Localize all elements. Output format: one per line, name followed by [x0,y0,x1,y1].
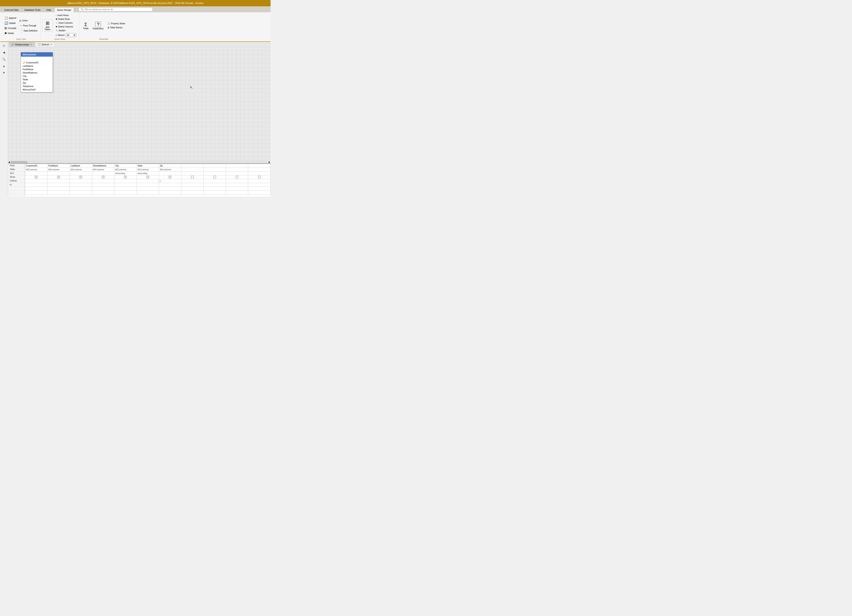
cell-sort-10[interactable] [248,172,270,175]
cell-sort-4[interactable]: Ascending [114,172,137,175]
checkbox-show-1[interactable] [57,176,60,178]
cell-or-7[interactable] [181,183,204,187]
cell-table-9[interactable] [226,168,248,172]
scroll-left-btn[interactable]: ◀ [8,161,10,163]
cell-table-2[interactable]: tblCustomer [70,168,92,172]
checkbox-show-4[interactable] [124,176,127,178]
cell-sort-9[interactable] [226,172,248,175]
field-customerid[interactable]: 🔑 CustomerID [21,61,53,64]
cell-table-8[interactable] [204,168,226,172]
delete-button[interactable]: ✖ Delete [3,31,17,36]
field-telephone[interactable]: Telephone [21,85,53,88]
property-sheet-button[interactable]: 📋 Property Sheet [107,22,126,26]
sidebar-up-button[interactable]: ▲ [1,63,7,69]
cell-extra1-8[interactable] [204,187,226,190]
cell-extra1-10[interactable] [248,187,270,190]
field-wormyclub[interactable]: WormyClub? [21,88,53,91]
query1-tab-close[interactable]: ✕ [50,43,53,46]
cell-extra1-7[interactable] [181,187,204,190]
field-wildcard[interactable]: • [21,57,53,61]
canvas-scrollbar[interactable]: ◀ ▶ [8,160,270,163]
cell-show-5[interactable] [136,175,159,179]
cell-criteria-10[interactable] [248,179,270,183]
cell-show-3[interactable] [92,175,114,179]
tab-query-design[interactable]: Query Design [54,8,74,12]
cell-field-5[interactable]: State [136,164,159,168]
cell-extra2-1[interactable] [47,190,70,195]
field-streetaddress[interactable]: StreetAddress [21,71,53,74]
cell-table-4[interactable]: tblCustomer [114,168,137,172]
cell-show-8[interactable] [204,175,226,179]
cell-sort-6[interactable] [159,172,181,175]
cell-show-7[interactable] [181,175,204,179]
query-canvas[interactable]: tblCustomer • 🔑 CustomerID LastName Firs… [8,47,270,160]
cell-show-6[interactable] [159,175,181,179]
sidebar-search-button[interactable]: 🔍 [1,56,7,62]
cell-sort-2[interactable] [70,172,92,175]
cell-table-6[interactable]: tblCustomer [159,168,181,172]
cell-sort-3[interactable] [92,172,114,175]
checkbox-show-0[interactable] [35,176,38,178]
update-button[interactable]: 🔄 Update [3,21,17,26]
checkbox-show-5[interactable] [147,176,149,178]
cell-field-3[interactable]: StreetAddress [92,164,114,168]
cell-field-6[interactable]: Zip [159,164,181,168]
cell-or-2[interactable] [70,183,92,187]
scrollbar-thumb[interactable] [11,161,27,163]
cell-sort-5[interactable]: Ascending [136,172,159,175]
cell-extra1-4[interactable] [114,187,137,190]
cell-show-9[interactable] [226,175,248,179]
cell-criteria-3[interactable] [92,179,114,183]
sidebar-nav-button[interactable]: ⊙ [1,43,7,48]
insert-columns-button[interactable]: ↔ Insert Columns [54,21,77,25]
cell-table-5[interactable]: tblCustomer [136,168,159,172]
cell-extra2-0[interactable] [25,190,48,195]
checkbox-show-10[interactable] [258,176,261,178]
checkbox-show-6[interactable] [169,176,171,178]
tab-external-data[interactable]: External Data [2,7,21,12]
return-button[interactable]: ↩ Return: All 5 25 100 [54,33,77,38]
checkbox-show-3[interactable] [102,176,104,178]
cell-field-10[interactable] [248,164,270,168]
tab-help[interactable]: Help [44,7,54,12]
cell-extra2-6[interactable] [159,190,181,195]
tab-relationships[interactable]: 🔗 Relationships ✕ [9,42,35,47]
cell-extra2-3[interactable] [92,190,114,195]
relationships-tab-close[interactable]: ✕ [30,43,33,46]
checkbox-show-2[interactable] [80,176,82,178]
checkbox-show-7[interactable] [191,176,193,178]
cell-table-0[interactable]: tblCustomer [25,168,48,172]
cell-extra2-4[interactable] [114,190,137,195]
return-select[interactable]: All 5 25 100 [66,33,76,37]
delete-rows-button[interactable]: ✖ Delete Rows [54,17,77,21]
insert-rows-button[interactable]: ↕ Insert Rows [54,14,77,17]
append-button[interactable]: 📋 Append [3,16,17,20]
search-bar[interactable]: 🔍 [79,8,153,11]
cell-extra2-10[interactable] [248,190,270,195]
totals-button[interactable]: Σ Totals [81,21,91,30]
cell-extra1-3[interactable] [92,187,114,190]
cell-field-9[interactable] [226,164,248,168]
pass-through-button[interactable]: → Pass-Through [18,23,39,28]
cell-extra1-2[interactable] [70,187,92,190]
cell-extra2-2[interactable] [70,190,92,195]
field-city[interactable]: City [21,74,53,78]
sidebar-down-button[interactable]: ▼ [1,70,7,75]
cell-or-9[interactable] [226,183,248,187]
cell-or-3[interactable] [92,183,114,187]
cell-field-2[interactable]: LastName [70,164,92,168]
cell-criteria-0[interactable] [25,179,48,183]
field-state[interactable]: State [21,78,53,81]
cell-or-10[interactable] [248,183,270,187]
cell-extra1-1[interactable] [47,187,70,190]
cell-extra1-9[interactable] [226,187,248,190]
cell-or-6[interactable] [159,183,181,187]
cell-criteria-5[interactable] [136,179,159,183]
cell-table-7[interactable] [181,168,204,172]
cell-extra1-5[interactable] [136,187,159,190]
parameters-button[interactable]: ? Parameters [91,21,105,31]
cell-criteria-8[interactable] [204,179,226,183]
cell-or-5[interactable] [136,183,159,187]
cell-or-8[interactable] [204,183,226,187]
cell-field-4[interactable]: City [114,164,137,168]
